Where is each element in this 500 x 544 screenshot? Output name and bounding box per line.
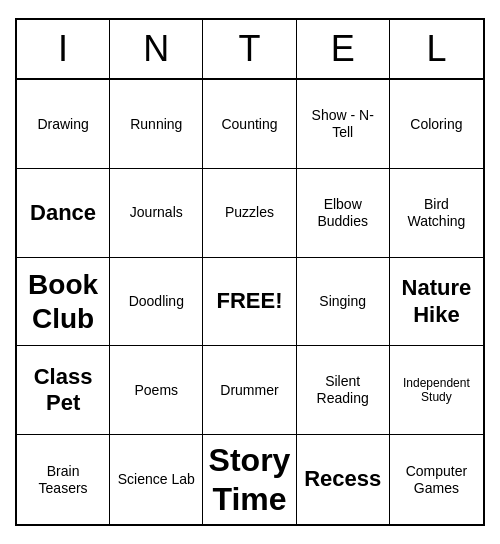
bingo-cell: Nature Hike <box>390 258 483 347</box>
bingo-cell: Journals <box>110 169 203 258</box>
bingo-cell: Doodling <box>110 258 203 347</box>
header-letter: E <box>297 20 390 78</box>
bingo-cell: Bird Watching <box>390 169 483 258</box>
bingo-cell: Poems <box>110 346 203 435</box>
bingo-cell: Counting <box>203 80 296 169</box>
bingo-cell: Recess <box>297 435 390 524</box>
header-letter: L <box>390 20 483 78</box>
bingo-cell: Coloring <box>390 80 483 169</box>
bingo-cell: Dance <box>17 169 110 258</box>
bingo-cell: Computer Games <box>390 435 483 524</box>
bingo-cell: Independent Study <box>390 346 483 435</box>
bingo-cell: Elbow Buddies <box>297 169 390 258</box>
bingo-cell: Running <box>110 80 203 169</box>
bingo-header: INTEL <box>17 20 483 80</box>
bingo-card: INTEL DrawingRunningCountingShow - N- Te… <box>15 18 485 526</box>
bingo-cell: Show - N- Tell <box>297 80 390 169</box>
header-letter: T <box>203 20 296 78</box>
bingo-cell: Drawing <box>17 80 110 169</box>
header-letter: N <box>110 20 203 78</box>
bingo-cell: Singing <box>297 258 390 347</box>
header-letter: I <box>17 20 110 78</box>
bingo-cell: Brain Teasers <box>17 435 110 524</box>
bingo-cell: Puzzles <box>203 169 296 258</box>
bingo-grid: DrawingRunningCountingShow - N- TellColo… <box>17 80 483 524</box>
bingo-cell: Story Time <box>203 435 296 524</box>
bingo-cell: Science Lab <box>110 435 203 524</box>
bingo-cell: Silent Reading <box>297 346 390 435</box>
bingo-cell: Drummer <box>203 346 296 435</box>
bingo-cell: FREE! <box>203 258 296 347</box>
bingo-cell: Class Pet <box>17 346 110 435</box>
bingo-cell: Book Club <box>17 258 110 347</box>
